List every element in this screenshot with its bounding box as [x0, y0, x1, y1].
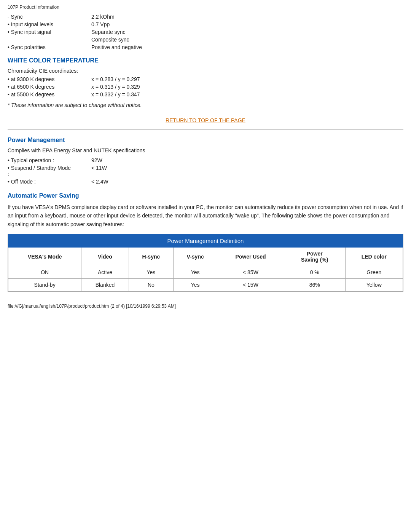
- cell-vesa-mode: Stand-by: [8, 279, 81, 291]
- specs-row-sync: - Sync 2.2 kOhm: [8, 14, 403, 20]
- specs-label: [8, 37, 91, 43]
- specs-value: Composite sync: [91, 37, 403, 43]
- specs-value: 2.2 kOhm: [91, 14, 403, 20]
- return-link-container: RETURN TO TOP OF THE PAGE: [8, 117, 403, 123]
- cell-v-sync: Yes: [174, 279, 217, 291]
- color-temp-note: * These information are subject to chang…: [8, 102, 403, 108]
- power-management-heading: Power Management: [8, 137, 403, 144]
- auto-power-saving-heading: Automatic Power Saving: [8, 192, 403, 199]
- cell-power-used: < 15W: [217, 279, 284, 291]
- cell-led-color: Yellow: [345, 279, 403, 291]
- cell-h-sync: No: [129, 279, 174, 291]
- cell-led-color: Green: [345, 266, 403, 279]
- white-color-temp-heading: WHITE COLOR TEMPERATURE: [8, 57, 403, 64]
- auto-power-saving-description: If you have VESA's DPMS compliance displ…: [8, 203, 403, 228]
- power-management-table-wrapper: Power Management Definition VESA's Mode …: [8, 234, 403, 292]
- color-temp-label: • at 5500 K degrees: [8, 91, 91, 97]
- col-header-h-sync: H-sync: [129, 248, 174, 266]
- footer-text: file:///G|/manual/english/107P/product/p…: [8, 304, 176, 309]
- specs-row-input-signal: • Input signal levels 0.7 Vpp: [8, 21, 403, 27]
- page-header: 107P Product Information: [8, 5, 403, 10]
- table-row: ON Active Yes Yes < 85W 0 % Green: [8, 266, 403, 279]
- specs-label: • Sync input signal: [8, 29, 91, 35]
- power-management-table: Power Management Definition VESA's Mode …: [8, 234, 403, 291]
- specs-row-sync-polarities: • Sync polarities Positive and negative: [8, 44, 403, 50]
- power-offmode-row: • Off Mode : < 2.4W: [8, 179, 403, 185]
- color-temp-value: x = 0.313 / y = 0.329: [91, 84, 403, 90]
- specs-value: 0.7 Vpp: [91, 21, 403, 27]
- cell-vesa-mode: ON: [8, 266, 81, 279]
- cell-power-used: < 85W: [217, 266, 284, 279]
- specs-section: - Sync 2.2 kOhm • Input signal levels 0.…: [8, 14, 403, 50]
- section-divider: [8, 129, 403, 130]
- color-temp-row-5500: • at 5500 K degrees x = 0.332 / y = 0.34…: [8, 91, 403, 97]
- power-typical-label: • Typical operation :: [8, 157, 91, 163]
- color-temp-label: • at 6500 K degrees: [8, 84, 91, 90]
- power-typical-value: 92W: [91, 157, 403, 163]
- specs-value: Positive and negative: [91, 44, 403, 50]
- specs-label: • Sync polarities: [8, 44, 91, 50]
- white-color-temp-section: WHITE COLOR TEMPERATURE Chromaticity CIE…: [8, 57, 403, 108]
- table-main-header: Power Management Definition: [8, 235, 403, 248]
- chromaticity-label: Chromaticity CIE coordinates:: [8, 68, 403, 74]
- table-main-header-row: Power Management Definition: [8, 235, 403, 248]
- power-offmode-value: < 2.4W: [91, 179, 403, 185]
- col-header-power-saving: PowerSaving (%): [284, 248, 345, 266]
- table-row: Stand-by Blanked No Yes < 15W 86% Yellow: [8, 279, 403, 291]
- col-header-vesa-mode: VESA's Mode: [8, 248, 81, 266]
- footer-bar: file:///G|/manual/english/107P/product/p…: [8, 301, 403, 309]
- power-standby-value: < 11W: [91, 165, 403, 177]
- col-header-v-sync: V-sync: [174, 248, 217, 266]
- col-header-video: Video: [81, 248, 129, 266]
- power-standby-row: • Suspend / Standby Mode: < 11W: [8, 165, 403, 177]
- auto-power-saving-section: Automatic Power Saving If you have VESA'…: [8, 192, 403, 292]
- specs-row-separate-sync: • Sync input signal Separate sync: [8, 29, 403, 35]
- specs-label: - Sync: [8, 14, 91, 20]
- cell-v-sync: Yes: [174, 266, 217, 279]
- col-header-led-color: LED color: [345, 248, 403, 266]
- color-temp-value: x = 0.332 / y = 0.347: [91, 91, 403, 97]
- power-typical-row: • Typical operation : 92W: [8, 157, 403, 163]
- power-management-section: Power Management Complies with EPA Energ…: [8, 137, 403, 185]
- power-standby-label: • Suspend / Standby Mode:: [8, 165, 91, 177]
- return-to-top-link[interactable]: RETURN TO TOP OF THE PAGE: [166, 117, 245, 123]
- specs-row-composite-sync: Composite sync: [8, 37, 403, 43]
- table-col-header-row: VESA's Mode Video H-sync V-sync Power Us…: [8, 248, 403, 266]
- color-temp-label: • at 9300 K degrees: [8, 76, 91, 82]
- cell-video: Active: [81, 266, 129, 279]
- specs-label: • Input signal levels: [8, 21, 91, 27]
- page-title: 107P Product Information: [8, 5, 59, 10]
- color-temp-value: x = 0.283 / y = 0.297: [91, 76, 403, 82]
- power-offmode-label: • Off Mode :: [8, 179, 91, 185]
- power-management-intro: Complies with EPA Energy Star and NUTEK …: [8, 147, 403, 153]
- col-header-power-used: Power Used: [217, 248, 284, 266]
- color-temp-row-6500: • at 6500 K degrees x = 0.313 / y = 0.32…: [8, 84, 403, 90]
- cell-h-sync: Yes: [129, 266, 174, 279]
- cell-video: Blanked: [81, 279, 129, 291]
- specs-value: Separate sync: [91, 29, 403, 35]
- cell-power-saving: 0 %: [284, 266, 345, 279]
- cell-power-saving: 86%: [284, 279, 345, 291]
- color-temp-row-9300: • at 9300 K degrees x = 0.283 / y = 0.29…: [8, 76, 403, 82]
